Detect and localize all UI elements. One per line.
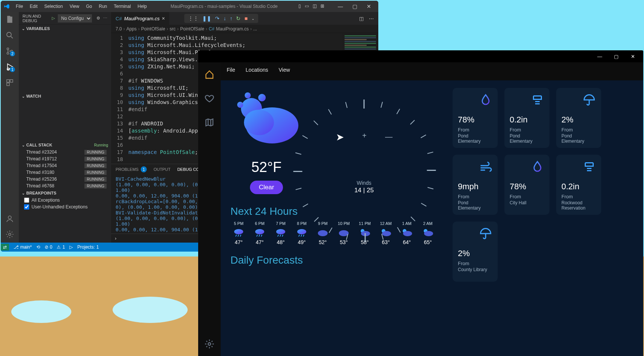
hour-forecast[interactable]: 2 AM 65°	[420, 221, 436, 245]
hour-temp: 53°	[340, 239, 348, 245]
callstack-thread[interactable]: Thread #25236RUNNING	[19, 176, 111, 183]
config-select[interactable]: No Configu	[58, 14, 92, 23]
layout-split-icon[interactable]: ◫	[313, 3, 317, 9]
layout-grid-icon[interactable]: ⊞	[320, 3, 324, 9]
weather-tile[interactable]: 78% From City Hall	[504, 155, 549, 215]
window-maximize-icon[interactable]: ▢	[349, 3, 360, 9]
explorer-icon[interactable]	[5, 15, 14, 24]
section-breakpoints[interactable]: ⌄BREAKPOINTS	[19, 189, 111, 197]
hour-forecast[interactable]: 1 AM 64°	[399, 221, 415, 245]
errors-status[interactable]: ⊘ 0	[45, 244, 53, 250]
menu-help[interactable]: Help	[135, 2, 150, 11]
weather-tile[interactable]: 2% From Pond Elementary	[556, 88, 601, 148]
warnings-status[interactable]: ⚠ 1	[57, 244, 65, 250]
section-callstack[interactable]: ⌄CALL STACKRunning	[19, 141, 111, 149]
layout-primary-icon[interactable]: ▯	[298, 3, 301, 9]
weather-minimize-icon[interactable]: ―	[591, 50, 608, 62]
hour-forecast[interactable]: 6 PM 47°	[251, 221, 268, 245]
breadcrumb-segment[interactable]: MauiProgram.cs	[216, 26, 248, 32]
hour-forecast[interactable]: 9 PM 52°	[314, 221, 331, 245]
weather-titlebar[interactable]: ― ▢ ✕	[198, 50, 643, 62]
editor-tab[interactable]: C# MauiProgram.cs ×	[111, 12, 169, 25]
callstack-thread[interactable]: Thread #3180RUNNING	[19, 169, 111, 176]
sync-status-icon[interactable]: ⟲	[36, 244, 40, 250]
step-into-icon[interactable]: ↓	[223, 15, 226, 21]
scm-icon[interactable]: 2	[5, 47, 14, 56]
more-icon[interactable]: ⋯	[103, 16, 107, 21]
weather-close-icon[interactable]: ✕	[624, 50, 641, 62]
weather-tile[interactable]: 0.2in From Pond Elementary	[504, 88, 549, 148]
section-variables[interactable]: ⌄VARIABLES	[19, 25, 111, 32]
tab-output[interactable]: OUTPUT	[153, 166, 170, 172]
tab-more-icon[interactable]: ⋯	[369, 16, 374, 21]
hour-forecast[interactable]: 8 PM 49°	[293, 221, 310, 245]
branch-status[interactable]: ⎇ main*	[14, 244, 32, 250]
menu-view[interactable]: View	[66, 2, 82, 11]
menu-selection[interactable]: Selection	[41, 2, 66, 11]
vscode-titlebar[interactable]: File Edit Selection View Go Run Terminal…	[1, 1, 378, 12]
breakpoint-row[interactable]: User-Unhandled Exceptions	[24, 204, 111, 210]
clear-button[interactable]: Clear	[250, 181, 283, 194]
breakpoint-row[interactable]: All Exceptions	[24, 197, 111, 204]
hour-forecast[interactable]: 12 AM 63°	[378, 221, 394, 245]
hour-forecast[interactable]: 10 PM 53°	[336, 221, 352, 245]
breadcrumb-segment[interactable]: 7.0	[116, 26, 122, 32]
callstack-thread[interactable]: Thread #17504RUNNING	[19, 162, 111, 169]
callstack-thread[interactable]: Thread #23204RUNNING	[19, 149, 111, 155]
tab-close-icon[interactable]: ×	[162, 15, 165, 21]
debug-status-icon[interactable]: ▷	[69, 244, 73, 250]
extensions-icon[interactable]	[5, 78, 14, 87]
breadcrumb-segment[interactable]: src	[170, 26, 176, 32]
remote-status-icon[interactable]: ⇄	[1, 244, 9, 250]
step-out-icon[interactable]: ↑	[230, 15, 232, 21]
layout-bottom-icon[interactable]: ▭	[305, 3, 309, 9]
tab-problems[interactable]: PROBLEMS1	[116, 166, 147, 172]
breadcrumbs[interactable]: 7.0›Apps›PointOfSale›src›PointOfSale›C# …	[111, 25, 378, 33]
wmenu-locations[interactable]: Locations	[246, 67, 268, 73]
breadcrumb-segment[interactable]: PointOfSale	[180, 26, 204, 32]
hour-forecast[interactable]: 5 PM 47°	[230, 221, 247, 245]
pause-icon[interactable]: ❚❚	[202, 15, 211, 21]
callstack-thread[interactable]: Thread #6768RUNNING	[19, 183, 111, 189]
menu-terminal[interactable]: Terminal	[111, 2, 134, 11]
callstack-thread[interactable]: Thread #19712RUNNING	[19, 155, 111, 162]
hour-forecast[interactable]: 7 PM 48°	[272, 221, 289, 245]
nav-map-icon[interactable]	[203, 116, 215, 128]
weather-maximize-icon[interactable]: ▢	[608, 50, 624, 62]
debug-dropdown-icon[interactable]: ⌄	[251, 17, 254, 21]
breakpoint-checkbox[interactable]	[24, 198, 29, 203]
winds-value: 14 | 25	[354, 187, 374, 194]
wmenu-view[interactable]: View	[279, 67, 290, 73]
account-icon[interactable]	[5, 214, 14, 223]
menu-run[interactable]: Run	[96, 2, 110, 11]
weather-tile[interactable]: 78% From Pond Elementary	[453, 88, 498, 148]
nav-settings-icon[interactable]	[203, 338, 215, 350]
nav-favorites-icon[interactable]	[203, 92, 215, 104]
section-watch[interactable]: ⌄WATCH	[19, 92, 111, 100]
breadcrumb-segment[interactable]: ...	[253, 26, 257, 32]
menu-file[interactable]: File	[13, 2, 26, 11]
window-close-icon[interactable]: ✕	[363, 3, 375, 9]
settings-gear-icon[interactable]	[5, 230, 14, 239]
step-over-icon[interactable]: ↷	[215, 15, 220, 21]
nav-home-icon[interactable]	[203, 68, 215, 80]
config-gear-icon[interactable]: ⚙	[96, 16, 100, 21]
run-debug-icon[interactable]: 1	[5, 62, 14, 71]
menu-go[interactable]: Go	[83, 2, 95, 11]
menu-edit[interactable]: Edit	[27, 2, 41, 11]
breadcrumb-segment[interactable]: PointOfSale	[141, 26, 165, 32]
drag-handle-icon[interactable]: ⋮⋮	[188, 15, 199, 21]
search-icon[interactable]	[5, 31, 14, 40]
restart-icon[interactable]: ↻	[236, 15, 241, 21]
weather-tile[interactable]: 0.2in From Rockwood Reservation	[556, 155, 601, 215]
start-debug-icon[interactable]: ▷	[52, 16, 55, 21]
projects-status[interactable]: Projects: 1	[77, 244, 99, 250]
wmenu-file[interactable]: File	[227, 67, 235, 73]
breadcrumb-segment[interactable]: Apps	[126, 26, 137, 32]
stop-icon[interactable]: ■	[244, 15, 247, 21]
split-editor-icon[interactable]: ◫	[359, 16, 364, 21]
weather-tile[interactable]: 9mph From Pond Elementary	[453, 155, 498, 215]
window-minimize-icon[interactable]: ―	[335, 3, 346, 9]
weather-tile[interactable]: 2% From County Library	[453, 222, 498, 282]
breakpoint-checkbox[interactable]	[24, 204, 29, 210]
